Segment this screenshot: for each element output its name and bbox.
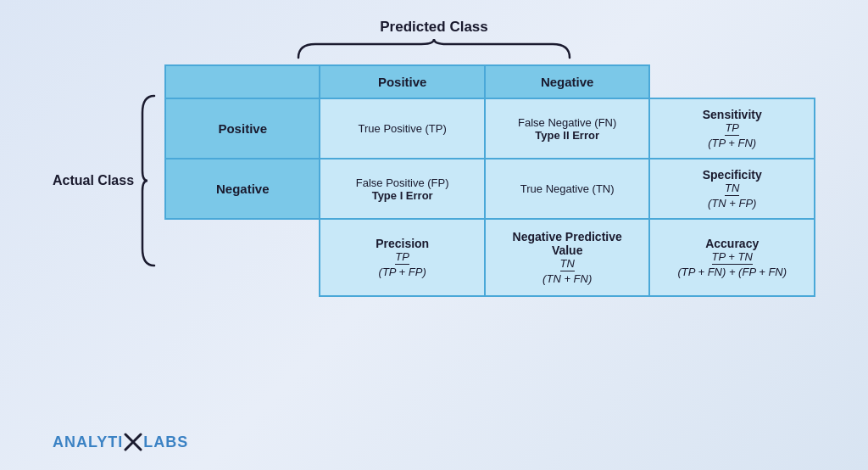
npv-label-line2: Value: [552, 243, 583, 257]
confusion-matrix-table: Positive Negative Positive True Positive…: [164, 64, 815, 297]
fp-type-text: Type I Error: [372, 189, 433, 202]
matrix-area: Actual Class Positive Negative Positive: [53, 64, 815, 297]
empty-header-cell: [165, 65, 320, 98]
summary-row: Precision TP (TP + FP) Negative Predicti…: [165, 219, 815, 296]
logo-part1: ANALYTI: [53, 434, 123, 451]
fn-cell: False Negative (FN) Type II Error: [485, 98, 650, 159]
precision-numerator: TP: [395, 250, 409, 265]
tn-text: True Negative (TN): [520, 182, 615, 195]
fp-text: False Positive (FP): [356, 176, 449, 189]
sensitivity-numerator: TP: [725, 121, 739, 136]
logo-area: ANALYTI LABS: [53, 433, 188, 451]
positive-row: Positive True Positive (TP) False Negati…: [165, 98, 815, 159]
precision-cell: Precision TP (TP + FP): [320, 219, 485, 296]
logo-part2: LABS: [143, 434, 188, 451]
positive-header-cell: Positive: [320, 65, 485, 98]
negative-header-cell: Negative: [485, 65, 650, 98]
spacer-header: [649, 65, 815, 98]
logo-x-icon: [124, 433, 142, 451]
sensitivity-denominator: (TP + FN): [708, 137, 756, 149]
specificity-denominator: (TN + FP): [708, 197, 756, 210]
sensitivity-fraction: TP (TP + FN): [708, 121, 756, 149]
sensitivity-cell: Sensitivity TP (TP + FN): [649, 98, 815, 159]
fn-text: False Negative (FN): [518, 116, 616, 129]
negative-row-label: Negative: [165, 159, 320, 219]
predicted-class-label: Predicted Class: [290, 19, 578, 36]
tp-cell: True Positive (TP): [320, 98, 485, 159]
npv-fraction: TN (TN + FN): [542, 257, 592, 285]
accuracy-numerator: TP + TN: [712, 250, 753, 265]
npv-numerator: TN: [560, 257, 575, 271]
specificity-numerator: TN: [725, 182, 739, 196]
accuracy-cell: Accuracy TP + TN (TP + FN) + (FP + FN): [649, 219, 815, 296]
precision-label: Precision: [376, 237, 429, 250]
left-brace-icon: [139, 87, 158, 274]
accuracy-denominator: (TP + FN) + (FP + FN): [677, 266, 787, 278]
npv-label-line1: Negative Predictive: [513, 230, 622, 243]
negative-row: Negative False Positive (FP) Type I Erro…: [165, 159, 815, 219]
top-brace-icon: [290, 37, 578, 61]
predicted-class-header: Predicted Class: [290, 19, 578, 61]
actual-class-wrapper: Actual Class: [53, 87, 158, 274]
header-row: Positive Negative: [165, 65, 815, 98]
npv-cell: Negative Predictive Value TN (TN + FN): [485, 219, 650, 296]
fn-type-text: Type II Error: [535, 129, 599, 142]
precision-denominator: (TP + FP): [379, 266, 426, 278]
tn-cell: True Negative (TN): [485, 159, 650, 219]
actual-class-label: Actual Class: [53, 173, 134, 188]
tp-text: True Positive (TP): [359, 122, 447, 135]
npv-denominator: (TN + FN): [542, 272, 592, 285]
specificity-fraction: TN (TN + FP): [708, 182, 756, 210]
main-container: Predicted Class Actual Class Positive Ne…: [53, 19, 815, 451]
accuracy-fraction: TP + TN (TP + FN) + (FP + FN): [677, 250, 787, 278]
positive-row-label: Positive: [165, 98, 320, 159]
brace-row: [290, 37, 578, 61]
accuracy-label: Accuracy: [705, 237, 759, 250]
precision-fraction: TP (TP + FP): [379, 250, 426, 278]
fp-cell: False Positive (FP) Type I Error: [320, 159, 485, 219]
specificity-cell: Specificity TN (TN + FP): [649, 159, 815, 219]
sensitivity-label: Sensitivity: [703, 108, 762, 121]
specificity-label: Specificity: [703, 168, 762, 182]
spacer-label: [165, 219, 320, 296]
